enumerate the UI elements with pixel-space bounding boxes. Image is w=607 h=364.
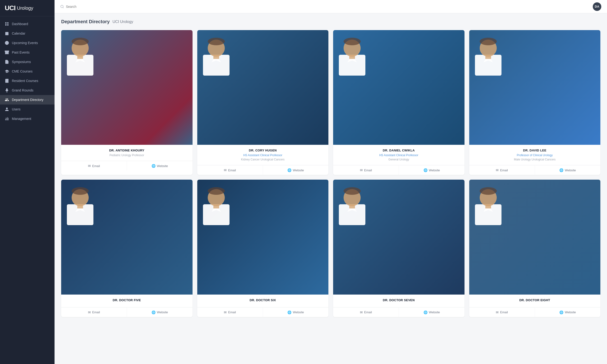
chart-icon [5, 117, 9, 121]
website-button[interactable]: 🌐 Website [535, 308, 600, 317]
sidebar-item-label: Resident Courses [12, 79, 38, 83]
mortarboard-icon [5, 69, 9, 74]
doctor-info: DR. ANTOINE KHOURY Pediatric Urology Pro… [61, 145, 193, 161]
website-button[interactable]: 🌐 Website [399, 165, 464, 175]
svg-rect-21 [213, 55, 219, 59]
sidebar-item-grand-rounds[interactable]: Grand Rounds [0, 86, 54, 95]
website-icon: 🌐 [423, 311, 427, 314]
logo-uci: UCI [5, 4, 15, 12]
sidebar-item-label: Grand Rounds [12, 88, 33, 92]
sidebar-item-resident-courses[interactable]: Resident Courses [0, 76, 54, 86]
doctor-photo [197, 180, 329, 294]
doctor-info: DR. DOCTOR FIVE [61, 295, 193, 307]
doctor-name: DR. DOCTOR EIGHT [473, 298, 597, 302]
email-button[interactable]: ✉ Email [197, 165, 263, 175]
svg-point-10 [61, 5, 63, 8]
email-button[interactable]: ✉ Email [61, 161, 127, 171]
doctor-card: DR. DOCTOR FIVE ✉ Email 🌐 Website [61, 180, 193, 317]
website-button[interactable]: 🌐 Website [127, 308, 192, 317]
doctor-card: DR. CORY HUGEN HS Assistant Clinical Pro… [197, 30, 329, 175]
email-button[interactable]: ✉ Email [333, 308, 399, 317]
website-label: Website [157, 311, 168, 314]
sidebar-item-upcoming-events[interactable]: Upcoming Events [0, 38, 54, 48]
sidebar-item-label: Dashboard [12, 22, 28, 26]
svg-point-30 [480, 38, 497, 45]
topbar: DA [54, 0, 607, 13]
page-subtitle: UCI Urology [113, 20, 133, 24]
sidebar-logo: UCI Urology [0, 0, 54, 16]
sidebar-item-symposiums[interactable]: Symposiums [0, 57, 54, 66]
doctor-title: Professor of Clinical Urology [473, 154, 597, 157]
doctor-actions: ✉ Email 🌐 Website [197, 307, 329, 317]
email-button[interactable]: ✉ Email [333, 165, 399, 175]
calendar-icon [5, 31, 9, 36]
email-icon: ✉ [88, 164, 91, 168]
website-label: Website [565, 311, 576, 314]
sidebar-item-cme-courses[interactable]: CME Courses [0, 66, 54, 76]
svg-rect-26 [349, 55, 355, 59]
sidebar-item-users[interactable]: Users [0, 104, 54, 114]
doctor-photo [197, 30, 329, 145]
website-icon: 🌐 [559, 168, 563, 172]
doctor-name: DR. DOCTOR SEVEN [337, 298, 461, 302]
website-button[interactable]: 🌐 Website [263, 308, 328, 317]
website-icon: 🌐 [152, 311, 156, 314]
website-icon: 🌐 [423, 168, 427, 172]
logo-urology: Urology [17, 5, 33, 11]
svg-rect-41 [213, 205, 219, 208]
website-button[interactable]: 🌐 Website [263, 165, 328, 175]
svg-point-45 [343, 187, 361, 195]
sidebar-item-calendar[interactable]: Calendar [0, 29, 54, 38]
content-area: Department Directory UCI Urology DR. A [54, 13, 607, 364]
website-label: Website [293, 169, 304, 172]
doctor-info: DR. DAVID LEE Professor of Clinical Urol… [469, 145, 601, 165]
website-icon: 🌐 [287, 168, 291, 172]
website-button[interactable]: 🌐 Website [535, 165, 600, 175]
website-icon: 🌐 [152, 164, 156, 168]
email-label: Email [228, 311, 236, 314]
email-label: Email [500, 169, 508, 172]
sidebar-item-past-events[interactable]: Past Events [0, 48, 54, 57]
sidebar-item-label: Past Events [12, 51, 30, 54]
doctor-card: DR. DAVID LEE Professor of Clinical Urol… [469, 30, 601, 175]
email-button[interactable]: ✉ Email [469, 165, 535, 175]
doctor-info: DR. DANIEL CWIKLA HS Assistant Clinical … [333, 145, 464, 165]
doctor-actions: ✉ Email 🌐 Website [469, 307, 601, 317]
sidebar-item-management[interactable]: Management [0, 114, 54, 123]
email-icon: ✉ [360, 168, 363, 172]
svg-rect-46 [349, 205, 355, 208]
sidebar-nav: Dashboard Calendar Upcoming Events Past … [0, 16, 54, 364]
document-icon [5, 60, 9, 64]
doctor-info: DR. DOCTOR SEVEN [333, 295, 464, 307]
email-button[interactable]: ✉ Email [197, 308, 263, 317]
email-label: Email [92, 164, 100, 168]
website-label: Website [429, 169, 440, 172]
doctor-actions: ✉ Email 🌐 Website [197, 165, 329, 175]
doctor-photo [61, 30, 193, 145]
email-icon: ✉ [224, 311, 227, 314]
svg-point-25 [343, 38, 361, 45]
sidebar-item-department-directory[interactable]: Department Directory [0, 95, 54, 104]
doctor-specialty: Kidney Cancer Urological Cancers [201, 158, 325, 161]
search-icon [60, 5, 64, 9]
svg-rect-36 [77, 205, 83, 208]
doctor-name: DR. DOCTOR FIVE [65, 298, 189, 302]
email-icon: ✉ [496, 311, 499, 314]
email-button[interactable]: ✉ Email [61, 308, 127, 317]
website-button[interactable]: 🌐 Website [127, 161, 192, 171]
search-input[interactable] [66, 5, 113, 9]
svg-point-35 [72, 187, 89, 195]
email-button[interactable]: ✉ Email [469, 308, 535, 317]
doctor-info: DR. DOCTOR SIX [197, 295, 329, 307]
doctor-name: DR. DAVID LEE [473, 149, 597, 152]
doctor-actions: ✉ Email 🌐 Website [333, 307, 464, 317]
sidebar-item-dashboard[interactable]: Dashboard [0, 19, 54, 29]
email-icon: ✉ [360, 311, 363, 314]
doctor-name: DR. DOCTOR SIX [201, 298, 325, 302]
doctor-photo [469, 30, 601, 145]
search-wrap [60, 5, 113, 9]
website-label: Website [293, 311, 304, 314]
doctor-specialty: Pediatric Urology Professor [65, 154, 189, 157]
svg-point-15 [72, 38, 89, 45]
website-button[interactable]: 🌐 Website [399, 308, 464, 317]
